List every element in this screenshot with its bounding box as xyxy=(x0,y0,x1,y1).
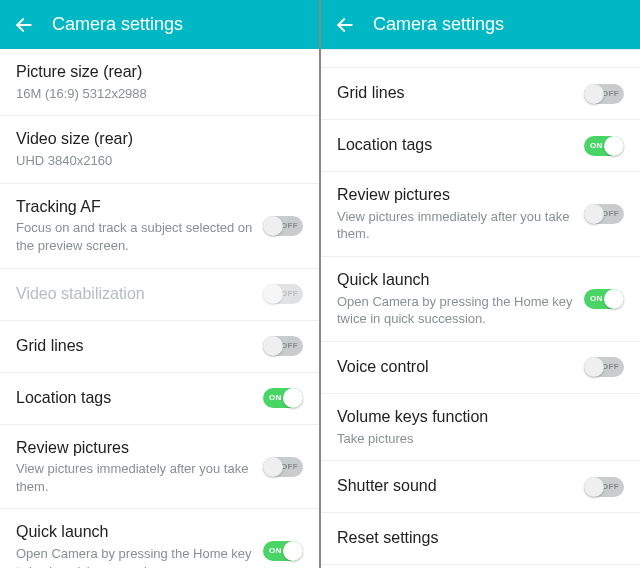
back-icon[interactable] xyxy=(14,15,34,35)
item-grid-lines[interactable]: Grid lines OFF xyxy=(321,68,640,120)
item-title: Quick launch xyxy=(16,522,253,543)
app-header: Camera settings xyxy=(0,0,319,49)
back-icon[interactable] xyxy=(335,15,355,35)
item-title: Quick launch xyxy=(337,270,574,291)
settings-panel-right: Camera settings Grid lines OFF Location … xyxy=(321,0,640,568)
item-volume-keys-function[interactable]: Volume keys function Take pictures xyxy=(321,394,640,461)
item-title: Grid lines xyxy=(337,83,574,104)
item-voice-control[interactable]: Voice control OFF xyxy=(321,342,640,394)
item-title: Volume keys function xyxy=(337,407,624,428)
toggle-quick-launch[interactable]: ON xyxy=(263,541,303,561)
item-title: Voice control xyxy=(337,357,574,378)
toggle-video-stabilization: OFF xyxy=(263,284,303,304)
item-location-tags[interactable]: Location tags ON xyxy=(321,120,640,172)
item-tracking-af[interactable]: Tracking AF Focus on and track a subject… xyxy=(0,184,319,269)
toggle-location-tags[interactable]: ON xyxy=(584,136,624,156)
item-video-size[interactable]: Video size (rear) UHD 3840x2160 xyxy=(0,116,319,183)
item-sub: Focus on and track a subject selected on… xyxy=(16,219,253,254)
item-sub: 16M (16:9) 5312x2988 xyxy=(16,85,303,103)
item-title: Reset settings xyxy=(337,528,624,549)
item-reset-settings[interactable]: Reset settings xyxy=(321,513,640,565)
item-review-pictures[interactable]: Review pictures View pictures immediatel… xyxy=(321,172,640,257)
item-picture-size[interactable]: Picture size (rear) 16M (16:9) 5312x2988 xyxy=(0,49,319,116)
toggle-grid-lines[interactable]: OFF xyxy=(584,84,624,104)
item-review-pictures[interactable]: Review pictures View pictures immediatel… xyxy=(0,425,319,510)
item-video-stabilization: Video stabilization OFF xyxy=(0,269,319,321)
item-sub: View pictures immediately after you take… xyxy=(337,208,574,243)
item-sub: Take pictures xyxy=(337,430,624,448)
item-title: Video stabilization xyxy=(16,284,253,305)
toggle-grid-lines[interactable]: OFF xyxy=(263,336,303,356)
item-sub: Open Camera by pressing the Home key twi… xyxy=(337,293,574,328)
item-quick-launch[interactable]: Quick launch Open Camera by pressing the… xyxy=(321,257,640,342)
item-title: Review pictures xyxy=(16,438,253,459)
item-title: Video size (rear) xyxy=(16,129,303,150)
item-location-tags[interactable]: Location tags ON xyxy=(0,373,319,425)
item-shutter-sound[interactable]: Shutter sound OFF xyxy=(321,461,640,513)
toggle-tracking-af[interactable]: OFF xyxy=(263,216,303,236)
item-sub: UHD 3840x2160 xyxy=(16,152,303,170)
item-title: Picture size (rear) xyxy=(16,62,303,83)
toggle-review-pictures[interactable]: OFF xyxy=(584,204,624,224)
item-title: Shutter sound xyxy=(337,476,574,497)
settings-list: Picture size (rear) 16M (16:9) 5312x2988… xyxy=(0,49,319,568)
toggle-quick-launch[interactable]: ON xyxy=(584,289,624,309)
item-title: Tracking AF xyxy=(16,197,253,218)
item-grid-lines[interactable]: Grid lines OFF xyxy=(0,321,319,373)
item-title: Review pictures xyxy=(337,185,574,206)
item-sub: Open Camera by pressing the Home key twi… xyxy=(16,545,253,568)
toggle-shutter-sound[interactable]: OFF xyxy=(584,477,624,497)
toggle-voice-control[interactable]: OFF xyxy=(584,357,624,377)
settings-list: Grid lines OFF Location tags ON Review p… xyxy=(321,49,640,568)
item-sub: View pictures immediately after you take… xyxy=(16,460,253,495)
page-title: Camera settings xyxy=(373,14,504,35)
page-title: Camera settings xyxy=(52,14,183,35)
item-partial xyxy=(321,49,640,68)
toggle-location-tags[interactable]: ON xyxy=(263,388,303,408)
item-title: Location tags xyxy=(16,388,253,409)
item-quick-launch[interactable]: Quick launch Open Camera by pressing the… xyxy=(0,509,319,568)
app-header: Camera settings xyxy=(321,0,640,49)
item-title: Grid lines xyxy=(16,336,253,357)
toggle-review-pictures[interactable]: OFF xyxy=(263,457,303,477)
item-title: Location tags xyxy=(337,135,574,156)
settings-panel-left: Camera settings Picture size (rear) 16M … xyxy=(0,0,319,568)
